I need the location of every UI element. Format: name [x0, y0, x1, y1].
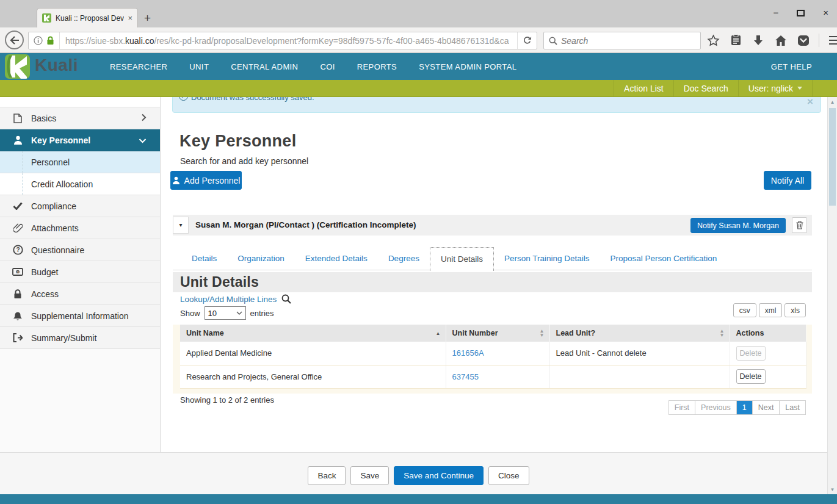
browser-toolbar: https://siue-sbx.kuali.co/res/kc-pd-krad…	[0, 27, 837, 53]
tab-unit-details[interactable]: Unit Details	[430, 247, 494, 271]
save-button[interactable]: Save	[350, 466, 389, 485]
pocket-icon[interactable]	[796, 31, 811, 49]
nav-system-admin-portal[interactable]: SYSTEM ADMIN PORTAL	[419, 62, 516, 71]
col-unit-name[interactable]: Unit Name▲	[180, 325, 446, 342]
reload-icon[interactable]	[517, 32, 537, 49]
tab-degrees[interactable]: Degrees	[378, 247, 430, 270]
browser-tab[interactable]: Kuali :: Proposal Developme ×	[37, 8, 138, 27]
page-first[interactable]: First	[669, 401, 695, 414]
nav-coi[interactable]: COI	[320, 62, 335, 71]
person-tabbar: Details Organization Extended Details De…	[173, 247, 812, 270]
sidebar-item-compliance[interactable]: Compliance	[0, 195, 160, 217]
notify-person-button[interactable]: Notify Susan M. Morgan	[690, 218, 786, 233]
get-help-link[interactable]: GET HELP	[771, 53, 812, 80]
scroll-down-icon[interactable]: ▼	[828, 484, 837, 494]
scroll-up-icon[interactable]: ▲	[828, 97, 837, 107]
lock-icon	[46, 36, 54, 45]
page-title: Key Personnel	[179, 132, 296, 151]
col-lead-unit[interactable]: Lead Unit?▲▼	[549, 325, 730, 342]
page-number-current[interactable]: 1	[736, 401, 752, 414]
export-xls-button[interactable]: xls	[784, 303, 806, 317]
page-previous[interactable]: Previous	[695, 401, 736, 414]
back-button[interactable]	[5, 31, 24, 49]
scrollbar-thumb[interactable]	[829, 108, 836, 206]
chevron-right-icon	[141, 113, 147, 123]
magnifier-icon[interactable]	[281, 294, 291, 304]
home-icon[interactable]	[774, 31, 788, 49]
table-wrapper: Unit Name▲ Unit Number▲▼ Lead Unit?▲▼ Ac…	[173, 325, 812, 394]
page-last[interactable]: Last	[779, 401, 805, 414]
close-button[interactable]: Close	[488, 466, 529, 485]
sidebar-item-budget[interactable]: 0 Budget	[0, 261, 160, 283]
kuali-wordmark: Kuali	[35, 56, 78, 75]
add-personnel-button[interactable]: Add Personnel	[170, 171, 242, 190]
nav-central-admin[interactable]: CENTRAL ADMIN	[231, 62, 298, 71]
alert-close-icon[interactable]: ×	[807, 97, 813, 107]
search-input[interactable]	[561, 36, 695, 46]
downloads-icon[interactable]	[751, 31, 766, 49]
tab-close-icon[interactable]: ×	[128, 13, 132, 23]
success-alert: ✓ Document was successfully saved. ×	[172, 97, 821, 113]
user-menu[interactable]: User: nglick	[738, 80, 813, 96]
url-bar[interactable]: https://siue-sbx.kuali.co/res/kc-pd-krad…	[28, 32, 537, 49]
bookmarks-menu-icon[interactable]	[728, 31, 743, 49]
cell-actions: Delete	[730, 365, 806, 388]
nav-researcher[interactable]: RESEARCHER	[110, 62, 167, 71]
tab-person-training-details[interactable]: Person Training Details	[494, 247, 600, 270]
page-subtitle: Search for and add key personnel	[180, 156, 308, 166]
save-and-continue-button[interactable]: Save and Continue	[394, 466, 484, 485]
info-icon	[34, 36, 43, 45]
export-csv-button[interactable]: csv	[733, 303, 756, 317]
money-icon: 0	[12, 268, 23, 276]
page-next[interactable]: Next	[752, 401, 780, 414]
new-tab-button[interactable]: +	[144, 12, 151, 24]
bookmark-star-icon[interactable]	[706, 31, 720, 49]
document-icon	[12, 113, 23, 123]
person-icon	[12, 135, 23, 145]
sidebar-item-basics[interactable]: Basics	[0, 107, 160, 129]
url-text[interactable]: https://siue-sbx.kuali.co/res/kc-pd-krad…	[60, 36, 517, 46]
tab-details[interactable]: Details	[181, 247, 227, 270]
menu-hamburger-icon[interactable]	[827, 31, 837, 49]
tab-organization[interactable]: Organization	[227, 247, 295, 270]
col-unit-number[interactable]: Unit Number▲▼	[446, 325, 549, 342]
unit-number-link[interactable]: 161656A	[452, 348, 484, 358]
sidebar-item-attachments[interactable]: Attachments	[0, 217, 160, 239]
window-close-button[interactable]: ×	[823, 7, 828, 18]
section-title: Unit Details	[180, 272, 812, 292]
export-xml-button[interactable]: xml	[759, 303, 783, 317]
sidebar-item-personnel[interactable]: Personnel	[0, 151, 160, 173]
action-list-link[interactable]: Action List	[614, 80, 673, 96]
kuali-logo[interactable]	[5, 54, 30, 79]
tab-extended-details[interactable]: Extended Details	[295, 247, 378, 270]
back-form-button[interactable]: Back	[308, 466, 346, 485]
doc-search-link[interactable]: Doc Search	[673, 80, 738, 96]
toolbar-icons	[706, 31, 837, 49]
unit-number-link[interactable]: 637455	[452, 372, 479, 381]
sidebar-partial-row	[0, 97, 160, 107]
search-box[interactable]	[543, 32, 701, 49]
sidebar-item-supplemental-information[interactable]: Supplemental Information	[0, 305, 160, 327]
notify-all-button[interactable]: Notify All	[764, 171, 811, 190]
sidebar-item-key-personnel[interactable]: Key Personnel	[0, 129, 160, 151]
site-identity[interactable]	[29, 32, 60, 49]
page-size-select[interactable]: 10	[205, 306, 246, 320]
sidebar-item-questionnaire[interactable]: ? Questionnaire	[0, 239, 160, 261]
nav-unit[interactable]: UNIT	[189, 62, 209, 71]
nav-reports[interactable]: REPORTS	[357, 62, 397, 71]
table-row: Applied Dental Medicine 161656A Lead Uni…	[180, 342, 806, 365]
minimize-button[interactable]: −	[773, 7, 778, 18]
maximize-button[interactable]	[797, 10, 805, 16]
lookup-add-multiple-lines-link[interactable]: Lookup/Add Multiple Lines	[180, 295, 277, 304]
delete-row-button[interactable]: Delete	[736, 369, 766, 384]
sidebar-item-summary-submit[interactable]: Summary/Submit	[0, 327, 160, 349]
bell-icon	[12, 311, 23, 321]
tab-title: Kuali :: Proposal Developme	[56, 14, 124, 23]
vertical-scrollbar[interactable]: ▲ ▼	[827, 97, 837, 494]
sidebar-item-credit-allocation[interactable]: Credit Allocation	[0, 173, 160, 195]
delete-person-button[interactable]	[792, 217, 807, 233]
tab-proposal-person-certification[interactable]: Proposal Person Certification	[600, 247, 728, 270]
export-buttons: csv xml xls	[733, 303, 806, 317]
collapse-toggle[interactable]: ▾	[173, 217, 189, 234]
sidebar-item-access[interactable]: Access	[0, 283, 160, 305]
